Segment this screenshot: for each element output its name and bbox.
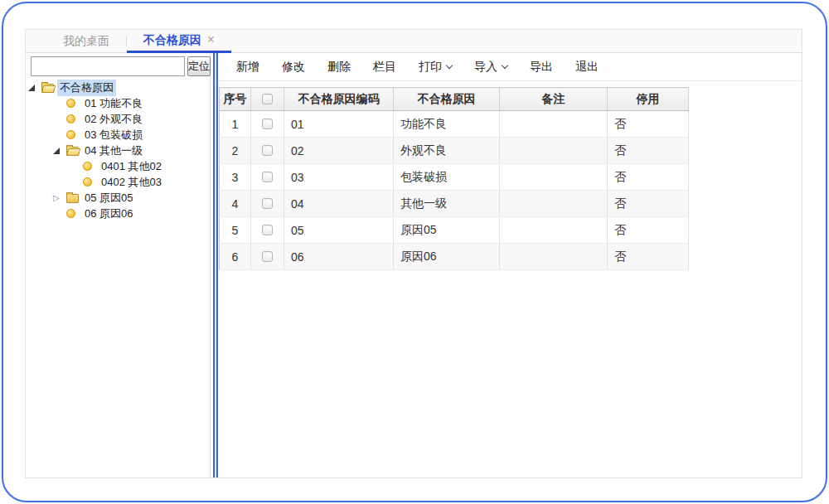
row-checkbox[interactable]	[262, 145, 273, 156]
table-row[interactable]: 2 02 外观不良 否	[220, 138, 689, 164]
tree-node-label: 04 其他一级	[82, 143, 145, 159]
expand-icon[interactable]	[53, 148, 66, 154]
cell-code: 06	[284, 244, 394, 270]
tree-row-0401[interactable]: 0401 其他02	[26, 158, 210, 174]
col-header-code[interactable]: 不合格原因编码	[284, 88, 394, 111]
col-header-reason[interactable]: 不合格原因	[394, 88, 500, 111]
edit-button[interactable]: 修改	[282, 60, 305, 75]
cell-disabled: 否	[608, 138, 689, 164]
import-button-label: 导入	[474, 60, 497, 75]
table-row[interactable]: 4 04 其他一级 否	[220, 191, 689, 217]
tab-my-desktop[interactable]: 我的桌面	[46, 30, 126, 52]
cell-no: 5	[220, 217, 251, 244]
tree-node-label: 03 包装破损	[82, 127, 145, 143]
cell-reason: 其他一级	[394, 191, 500, 217]
cell-remark	[500, 111, 608, 138]
col-header-no[interactable]: 序号	[220, 88, 251, 111]
tree-row-01[interactable]: 01 功能不良	[26, 95, 210, 111]
row-checkbox[interactable]	[262, 225, 273, 235]
col-header-remark[interactable]: 备注	[500, 88, 608, 111]
main-panel: 新增 修改 删除 栏目 打印 导入	[218, 53, 802, 477]
tree-row-0402[interactable]: 0402 其他03	[26, 174, 210, 190]
tab-reject-reason[interactable]: 不合格原因 ×	[127, 30, 231, 53]
cell-remark	[500, 164, 608, 191]
tree-node-label: 01 功能不良	[82, 95, 145, 112]
cell-reason: 功能不良	[394, 111, 500, 138]
export-button-label: 导出	[530, 60, 553, 75]
cell-disabled: 否	[608, 164, 689, 191]
cell-no: 4	[220, 191, 251, 217]
folder-closed-icon	[66, 193, 82, 203]
cell-no: 1	[220, 111, 251, 138]
folder-open-icon	[66, 146, 82, 156]
table-header-row: 序号 不合格原因编码 不合格原因 备注 停用	[220, 88, 689, 111]
columns-button[interactable]: 栏目	[373, 60, 396, 75]
cell-checkbox	[251, 164, 284, 191]
cell-reason: 包装破损	[394, 164, 500, 191]
tree-row-root[interactable]: 不合格原因	[26, 80, 210, 95]
col-header-disabled[interactable]: 停用	[608, 88, 689, 111]
tree-node-label: 不合格原因	[57, 80, 116, 96]
cell-code: 05	[284, 217, 394, 244]
table-row[interactable]: 1 01 功能不良 否	[220, 111, 689, 138]
cell-checkbox	[251, 244, 284, 270]
tab-reject-reason-label: 不合格原因	[143, 33, 201, 48]
tree-search-input[interactable]	[31, 56, 185, 76]
leaf-icon	[66, 99, 82, 108]
tab-close-icon[interactable]: ×	[207, 33, 215, 46]
cell-no: 6	[220, 244, 251, 270]
row-checkbox[interactable]	[262, 172, 273, 182]
exit-button[interactable]: 退出	[575, 60, 599, 75]
leaf-icon	[66, 114, 82, 124]
cell-disabled: 否	[608, 111, 689, 138]
dropdown-caret-icon	[502, 62, 508, 69]
table-row[interactable]: 5 05 原因05 否	[220, 217, 689, 244]
toolbar: 新增 修改 删除 栏目 打印 导入	[218, 53, 802, 81]
delete-button[interactable]: 删除	[327, 60, 351, 75]
import-menu-button[interactable]: 导入	[474, 60, 507, 75]
cell-no: 3	[220, 164, 251, 191]
header-checkbox[interactable]	[262, 94, 273, 104]
exit-button-label: 退出	[575, 60, 599, 75]
tree-row-03[interactable]: 03 包装破损	[26, 127, 210, 143]
cell-remark	[500, 138, 608, 164]
leaf-icon	[66, 209, 82, 218]
cell-no: 2	[220, 138, 251, 164]
col-header-checkbox	[251, 88, 284, 111]
tree-row-02[interactable]: 02 外观不良	[26, 111, 210, 127]
dropdown-caret-icon	[446, 62, 453, 69]
expand-icon[interactable]	[28, 85, 41, 91]
tree-node-label: 0401 其他02	[99, 158, 164, 175]
cell-disabled: 否	[608, 244, 689, 270]
row-checkbox[interactable]	[262, 251, 273, 262]
add-button-label: 新增	[236, 60, 259, 75]
screen: 我的桌面 不合格原因 × 定位 不合格原因	[0, 0, 829, 504]
tree: 不合格原因 01 功能不良 02 外观不良	[26, 79, 210, 221]
table-row[interactable]: 3 03 包装破损 否	[220, 164, 689, 191]
cell-code: 04	[284, 191, 394, 217]
table-row[interactable]: 6 06 原因06 否	[220, 244, 689, 270]
workspace: 定位 不合格原因 01 功能不良	[26, 53, 802, 477]
add-button[interactable]: 新增	[236, 60, 259, 75]
locate-button[interactable]: 定位	[187, 56, 211, 76]
edit-button-label: 修改	[282, 60, 305, 75]
cell-remark	[500, 191, 608, 217]
cell-disabled: 否	[608, 191, 689, 217]
leaf-icon	[83, 162, 99, 171]
row-checkbox[interactable]	[262, 198, 273, 209]
row-checkbox[interactable]	[262, 119, 273, 129]
print-menu-button[interactable]: 打印	[419, 60, 452, 75]
cell-checkbox	[251, 191, 284, 217]
cell-code: 01	[284, 111, 394, 138]
tree-node-label: 02 外观不良	[82, 111, 145, 128]
delete-button-label: 删除	[327, 60, 351, 75]
leaf-icon	[83, 177, 99, 187]
tree-row-04[interactable]: 04 其他一级	[26, 143, 210, 158]
tree-row-06[interactable]: 06 原因06	[26, 206, 210, 221]
leaf-icon	[66, 130, 82, 139]
tree-row-05[interactable]: ▷ 05 原因05	[26, 190, 210, 206]
content-panel: 我的桌面 不合格原因 × 定位 不合格原因	[25, 29, 802, 478]
export-button[interactable]: 导出	[530, 60, 553, 75]
collapse-icon[interactable]: ▷	[53, 194, 66, 202]
tree-node-label: 0402 其他03	[99, 174, 164, 191]
